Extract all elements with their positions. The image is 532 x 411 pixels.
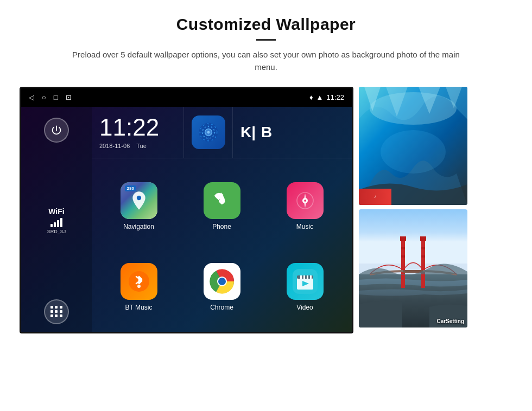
app-btmusic[interactable]: BT Music	[97, 247, 180, 327]
page-subtitle: Preload over 5 default wallpaper options…	[71, 48, 461, 74]
music-label: Music	[296, 223, 313, 230]
app-music[interactable]: ♪ Music	[263, 166, 346, 247]
svg-rect-23	[307, 275, 308, 279]
screenshot-icon[interactable]: ⊡	[66, 93, 72, 101]
recents-icon[interactable]: □	[54, 93, 58, 101]
wifi-bar-3	[57, 220, 59, 227]
svg-rect-38	[421, 255, 425, 258]
apps-dot	[55, 314, 58, 317]
status-time: 11:22	[326, 93, 344, 101]
svg-rect-36	[421, 247, 425, 249]
phone-label: Phone	[212, 223, 231, 230]
svg-rect-35	[401, 247, 405, 249]
svg-rect-37	[401, 255, 405, 258]
svg-rect-21	[300, 275, 302, 279]
status-right: ♦ ▲ 11:22	[309, 93, 344, 101]
wifi-section: WiFi SRD_SJ	[47, 207, 66, 234]
wifi-signal-icon: ▲	[316, 93, 324, 101]
apps-dot	[50, 306, 53, 309]
power-button[interactable]	[44, 118, 69, 143]
svg-rect-22	[303, 275, 305, 279]
svg-rect-34	[420, 236, 426, 241]
wallpaper-bridge[interactable]: CarSetting	[359, 209, 467, 327]
apps-dot	[50, 310, 53, 313]
left-sidebar: WiFi SRD_SJ	[21, 107, 92, 333]
apps-dot	[60, 306, 62, 309]
app-navigation[interactable]: 280 Navigation	[97, 166, 180, 247]
android-screen: ◁ ○ □ ⊡ ♦ ▲ 11:22	[20, 87, 353, 333]
svg-point-7	[136, 195, 141, 200]
music-overlay-hint: ♪	[359, 189, 391, 205]
apps-dot	[50, 314, 53, 317]
top-row: 11:22 2018-11-06 Tue	[92, 107, 352, 158]
status-bar: ◁ ○ □ ⊡ ♦ ▲ 11:22	[21, 88, 352, 107]
clock-date: 2018-11-06 Tue	[99, 143, 176, 149]
svg-rect-31	[401, 239, 405, 288]
music-widgets: K| B	[233, 107, 352, 158]
status-left: ◁ ○ □ ⊡	[29, 93, 72, 101]
svg-point-27	[381, 130, 446, 174]
phone-icon	[204, 182, 240, 219]
carsetting-label: CarSetting	[436, 318, 464, 324]
clock-date-value: 2018-11-06	[99, 143, 130, 149]
svg-text:♪: ♪	[303, 197, 306, 203]
chrome-label: Chrome	[210, 304, 233, 311]
btmusic-label: BT Music	[125, 304, 153, 311]
navigation-icon: 280	[121, 182, 157, 219]
wallpaper-ice-cave[interactable]: ♪	[359, 87, 467, 205]
app-chrome[interactable]: Chrome	[180, 247, 263, 327]
navigation-label: Navigation	[123, 223, 154, 230]
video-label: Video	[296, 304, 313, 311]
home-icon[interactable]: ○	[42, 93, 46, 101]
app-video[interactable]: Video	[263, 247, 346, 327]
svg-rect-32	[421, 239, 425, 288]
ice-cave-image: ♪	[359, 87, 467, 205]
apps-dot	[55, 306, 58, 309]
svg-point-13	[137, 285, 141, 288]
wireless-icon	[192, 115, 225, 149]
clock-time: 11:22	[99, 115, 176, 139]
header-section: Customized Wallpaper Preload over 5 defa…	[27, 0, 505, 84]
wireless-widget[interactable]	[184, 107, 233, 158]
music-icon: ♪	[287, 182, 324, 219]
svg-rect-33	[400, 236, 406, 241]
main-content: ◁ ○ □ ⊡ ♦ ▲ 11:22	[0, 87, 532, 333]
apps-section: 280 Navigation	[92, 158, 352, 333]
apps-dot	[60, 310, 62, 313]
back-icon[interactable]: ◁	[29, 93, 34, 101]
btmusic-icon	[121, 263, 157, 300]
wifi-ssid: SRD_SJ	[47, 229, 66, 234]
wifi-bar-2	[54, 222, 56, 227]
wifi-bar-4	[60, 218, 62, 227]
apps-button[interactable]	[44, 299, 69, 324]
chrome-icon	[204, 263, 240, 300]
b-label: B	[261, 124, 272, 141]
clock-widget: 11:22 2018-11-06 Tue	[92, 107, 184, 158]
svg-rect-24	[310, 275, 312, 279]
ki-label: K|	[240, 124, 256, 141]
page-container: Customized Wallpaper Preload over 5 defa…	[0, 0, 532, 411]
location-icon: ♦	[309, 93, 313, 101]
page-title: Customized Wallpaper	[71, 15, 461, 34]
screen-body: WiFi SRD_SJ	[21, 107, 352, 333]
wifi-label: WiFi	[47, 207, 66, 216]
title-divider	[256, 39, 276, 41]
wallpapers-panel: ♪	[359, 87, 467, 327]
svg-point-17	[218, 278, 226, 285]
apps-dot	[60, 314, 62, 317]
apps-dot	[55, 310, 58, 313]
wifi-bars	[47, 218, 66, 227]
video-icon	[287, 263, 324, 300]
apps-grid-icon	[50, 306, 62, 317]
app-phone[interactable]: Phone	[180, 166, 263, 247]
main-grid: 11:22 2018-11-06 Tue	[92, 107, 352, 333]
clock-day-value: Tue	[136, 143, 147, 149]
wifi-bar-1	[50, 224, 53, 227]
